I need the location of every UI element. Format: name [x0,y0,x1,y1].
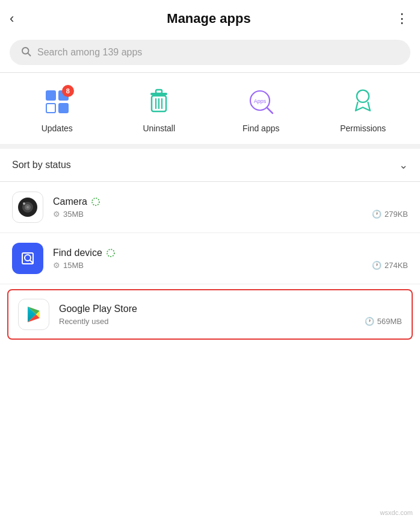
clock-icon: 🕐 [372,210,381,219]
svg-point-15 [26,206,29,208]
camera-name-row: Camera [53,196,408,207]
updates-icon-wrap: 8 [40,85,74,119]
search-bar-container: Search among 139 apps [0,35,420,72]
playstore-recently-used: Recently used [59,317,108,326]
more-button[interactable]: ⋮ [386,11,408,27]
svg-point-11 [357,90,369,102]
sort-label: Sort by status [12,160,71,170]
playstore-meta-row: Recently used 🕐 569MB [59,317,402,326]
camera-size: ⚙ 35MB [53,210,84,219]
shortcut-uninstall[interactable]: Uninstall [135,85,183,133]
camera-app-icon [12,192,43,223]
uninstall-icon-wrap [142,85,176,119]
finddevice-size: ⚙ 15MB [53,261,84,270]
svg-text:Apps: Apps [253,98,266,104]
svg-line-10 [267,108,273,113]
search-bar[interactable]: Search among 139 apps [10,40,410,65]
findapps-icon: Apps [247,87,276,116]
shortcut-updates[interactable]: 8 Updates [33,85,81,133]
shortcut-findapps[interactable]: Apps Find apps [237,85,285,133]
trash-icon [147,89,170,115]
back-button[interactable]: ‹ [10,11,31,27]
svg-line-1 [28,53,30,55]
search-icon [20,46,31,59]
svg-point-22 [107,249,114,257]
cpu-icon: ⚙ [53,210,60,219]
camera-meta-row: ⚙ 35MB 🕐 279KB [53,210,408,219]
app-item-finddevice[interactable]: Find device ⚙ 15MB 🕐 274KB [0,233,420,284]
app-list: Camera ⚙ 35MB 🕐 279KB [0,182,420,340]
findapps-icon-wrap: Apps [244,85,278,119]
app-item-camera[interactable]: Camera ⚙ 35MB 🕐 279KB [0,182,420,233]
svg-rect-18 [17,248,39,269]
finddevice-meta-row: ⚙ 15MB 🕐 274KB [53,261,408,270]
camera-cache: 🕐 279KB [372,210,408,219]
svg-point-16 [23,202,25,205]
camera-app-name: Camera [53,196,87,207]
playstore-app-name: Google Play Store [59,304,137,314]
svg-point-17 [92,198,99,205]
page-title: Manage apps [31,11,386,27]
app-item-playstore[interactable]: Google Play Store Recently used 🕐 569MB [7,289,413,340]
updates-badge: 8 [62,85,74,97]
camera-app-info: Camera ⚙ 35MB 🕐 279KB [53,196,408,219]
permissions-icon [349,87,377,116]
shortcuts-row: 8 Updates Uninstall [0,73,420,144]
finddevice-app-name: Find device [53,248,102,258]
camera-status-dots [91,197,100,207]
permissions-icon-wrap [346,85,380,119]
finddevice-app-info: Find device ⚙ 15MB 🕐 274KB [53,248,408,270]
watermark: wsxdc.com [380,509,413,516]
playstore-name-row: Google Play Store [59,304,402,314]
findapps-label: Find apps [242,123,279,133]
permissions-label: Permissions [340,123,386,133]
cpu-icon-2: ⚙ [53,261,60,270]
uninstall-label: Uninstall [143,123,175,133]
finddevice-status-dots [106,248,116,258]
search-placeholder: Search among 139 apps [37,47,142,58]
playstore-size: 🕐 569MB [365,317,402,326]
updates-label: Updates [42,123,73,133]
playstore-app-icon [18,299,49,330]
svg-rect-3 [156,90,162,93]
playstore-app-info: Google Play Store Recently used 🕐 569MB [59,304,402,326]
finddevice-app-icon [12,243,43,274]
header: ‹ Manage apps ⋮ [0,0,420,35]
finddevice-cache: 🕐 274KB [372,261,408,270]
divider-thick [0,144,420,149]
clock-icon-3: 🕐 [365,317,374,326]
finddevice-name-row: Find device [53,248,408,258]
sort-row[interactable]: Sort by status ⌄ [0,149,420,181]
clock-icon-2: 🕐 [372,261,381,270]
shortcut-permissions[interactable]: Permissions [339,85,387,133]
chevron-down-icon: ⌄ [399,158,408,172]
